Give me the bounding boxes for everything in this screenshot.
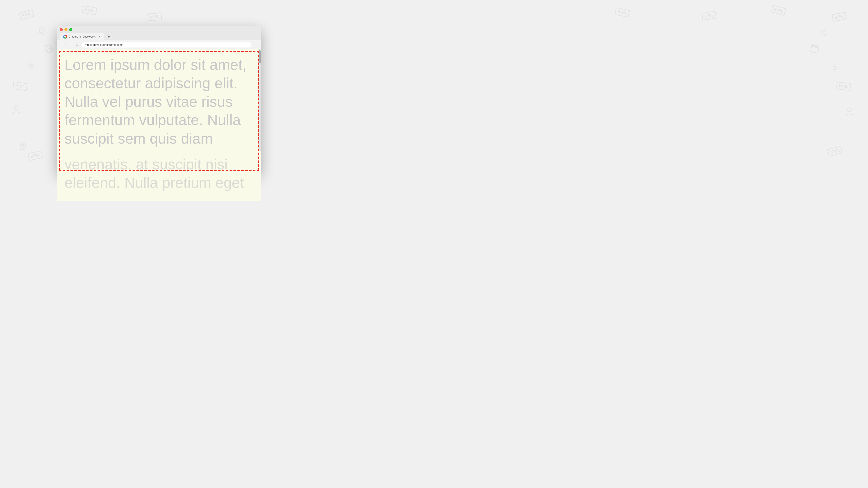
tab-bar: Chrome for Developers ✕ + <box>60 33 258 40</box>
svg-point-0 <box>20 142 26 148</box>
svg-point-14 <box>822 30 825 33</box>
svg-point-1 <box>22 144 24 147</box>
new-tab-button[interactable]: + <box>105 33 112 40</box>
svg-point-10 <box>812 45 813 46</box>
svg-point-16 <box>847 108 851 112</box>
tab-title: Chrome for Developers <box>69 35 96 38</box>
below-fold-line-6: venenatis, at suscipit nisi <box>64 156 228 172</box>
svg-point-13 <box>41 28 43 30</box>
lorem-line-5: suscipit sem quis diam <box>64 130 213 147</box>
svg-rect-3 <box>21 148 22 150</box>
reload-button[interactable]: ↻ <box>74 42 80 48</box>
svg-point-17 <box>30 64 33 68</box>
tab-close-button[interactable]: ✕ <box>97 35 101 38</box>
below-fold-line-7: eleifend. Nulla pretium eget <box>64 174 244 191</box>
navigation-bar: ← → ↻ https://developer.chrome.com/ ⋮ <box>57 40 261 49</box>
svg-line-9 <box>812 46 819 48</box>
svg-rect-8 <box>810 44 819 53</box>
svg-point-11 <box>814 45 815 46</box>
url-text: https://developer.chrome.com/ <box>85 43 123 46</box>
chrome-favicon <box>63 35 67 39</box>
below-fold-content: venenatis, at suscipit nisi eleifend. Nu… <box>57 151 261 201</box>
svg-point-7 <box>46 45 52 53</box>
svg-rect-4 <box>23 148 24 150</box>
address-bar[interactable]: https://developer.chrome.com/ <box>82 42 251 47</box>
menu-button[interactable]: ⋮ <box>253 42 259 48</box>
svg-point-18 <box>833 66 836 70</box>
close-button[interactable] <box>60 28 63 31</box>
svg-rect-2 <box>19 149 25 151</box>
back-button[interactable]: ← <box>59 42 65 48</box>
lorem-line-3: Nulla vel purus vitae risus <box>64 93 232 110</box>
minimize-button[interactable] <box>64 28 67 31</box>
lorem-line-4: fermentum vulputate. Nulla <box>64 112 241 128</box>
active-tab[interactable]: Chrome for Developers ✕ <box>60 33 104 40</box>
svg-point-5 <box>44 44 53 53</box>
maximize-button[interactable] <box>69 28 72 31</box>
svg-point-12 <box>815 46 816 47</box>
lorem-line-1: Lorem ipsum dolor sit amet, <box>64 56 247 73</box>
below-fold-text: venenatis, at suscipit nisi eleifend. Nu… <box>62 153 256 194</box>
lorem-line-2: consectetur adipiscing elit. <box>64 75 238 91</box>
forward-button[interactable]: → <box>67 42 73 48</box>
traffic-lights <box>60 28 258 31</box>
svg-point-15 <box>14 106 18 109</box>
scrollbar-thumb[interactable] <box>259 50 260 63</box>
title-bar: Chrome for Developers ✕ + <box>57 26 261 40</box>
svg-line-6 <box>45 48 53 49</box>
